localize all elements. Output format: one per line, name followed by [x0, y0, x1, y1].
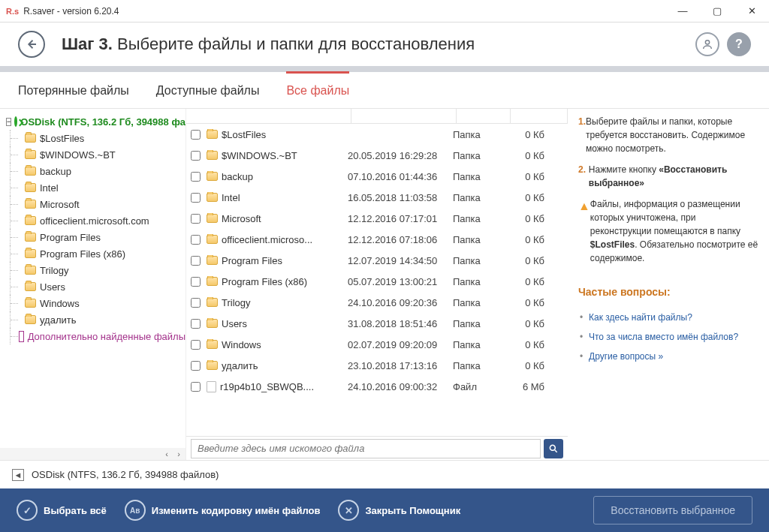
tree-item[interactable]: $LostFiles: [6, 130, 185, 146]
file-date: 12.12.2016 07:18:06: [348, 234, 453, 245]
folder-icon: [207, 256, 218, 265]
tree-extra-label: Дополнительно найденные файлы: [28, 331, 185, 342]
tree-item-label: $LostFiles: [40, 133, 84, 144]
tree-item[interactable]: Microsoft: [6, 196, 185, 212]
breadcrumb-back-icon[interactable]: ◄: [12, 469, 24, 481]
file-row[interactable]: r19p4b10_SBWQB....24.10.2016 09:00:32Фай…: [186, 376, 568, 397]
file-name: officeclient.microso...: [222, 234, 312, 245]
file-row[interactable]: Windows02.07.2019 09:20:09Папка0 Кб: [186, 334, 568, 355]
folder-tree[interactable]: − OSDisk (NTFS, 136.2 Гб, 394988 фа $Los…: [0, 109, 186, 460]
scroll-right-icon[interactable]: ›: [173, 449, 184, 459]
tab-available-files[interactable]: Доступные файлы: [156, 84, 260, 108]
file-row[interactable]: officeclient.microso...12.12.2016 07:18:…: [186, 229, 568, 250]
file-checkbox[interactable]: [191, 130, 201, 140]
tree-scrollbar[interactable]: ‹ ›: [0, 448, 185, 460]
close-button[interactable]: ✕: [734, 0, 769, 23]
search-input[interactable]: [191, 439, 541, 458]
tree-item[interactable]: backup: [6, 163, 185, 179]
tree-item[interactable]: Program Files (x86): [6, 245, 185, 262]
faq-link-other[interactable]: Другие вопросы »: [578, 347, 758, 366]
folder-icon: [207, 298, 218, 307]
file-checkbox[interactable]: [191, 382, 201, 392]
folder-icon: [207, 130, 218, 139]
file-checkbox[interactable]: [191, 361, 201, 371]
minimize-button[interactable]: —: [665, 0, 700, 23]
tree-root[interactable]: − OSDisk (NTFS, 136.2 Гб, 394988 фа: [6, 113, 185, 130]
tree-item[interactable]: Users: [6, 278, 185, 295]
file-size: 0 Кб: [507, 129, 549, 140]
file-row[interactable]: Program Files12.07.2019 14:34:50Папка0 К…: [186, 250, 568, 271]
tree-item[interactable]: Windows: [6, 295, 185, 311]
user-button[interactable]: [695, 32, 719, 56]
folder-icon: [207, 214, 218, 223]
file-size: 0 Кб: [507, 360, 549, 371]
file-list[interactable]: $LostFilesПапка0 Кб$WINDOWS.~BT20.05.201…: [186, 124, 568, 436]
scroll-left-icon[interactable]: ‹: [161, 449, 172, 459]
file-checkbox[interactable]: [191, 256, 201, 266]
tree-extra-found[interactable]: Дополнительно найденные файлы: [6, 328, 185, 344]
file-row[interactable]: Program Files (x86)05.07.2019 13:00:21Па…: [186, 271, 568, 292]
folder-icon: [207, 172, 218, 181]
faq-link-find-files[interactable]: Как здесь найти файлы?: [578, 308, 758, 327]
file-type: Папка: [453, 297, 507, 308]
file-date: 05.07.2019 13:00:21: [348, 276, 453, 287]
file-checkbox[interactable]: [191, 235, 201, 245]
file-checkbox[interactable]: [191, 151, 201, 161]
select-all-icon: ✓: [17, 500, 38, 521]
step2-text: Нажмите кнопку «Восстановить выбранное»: [589, 163, 758, 190]
tree-item[interactable]: Intel: [6, 179, 185, 196]
file-checkbox[interactable]: [191, 319, 201, 329]
svg-point-1: [550, 445, 555, 450]
file-row[interactable]: Trilogy24.10.2016 09:20:36Папка0 Кб: [186, 292, 568, 313]
tree-item[interactable]: $WINDOWS.~BT: [6, 146, 185, 163]
tree-item[interactable]: Program Files: [6, 229, 185, 245]
tree-item-label: Windows: [40, 298, 80, 309]
file-size: 0 Кб: [507, 171, 549, 182]
file-checkbox[interactable]: [191, 193, 201, 203]
tab-all-files[interactable]: Все файлы: [286, 84, 349, 108]
file-checkbox[interactable]: [191, 298, 201, 308]
file-name: $LostFiles: [222, 129, 266, 140]
tree-item[interactable]: удалить: [6, 311, 185, 328]
file-row[interactable]: $LostFilesПапка0 Кб: [186, 124, 568, 145]
file-name: Program Files (x86): [222, 276, 307, 287]
tree-item-label: officeclient.microsoft.com: [40, 215, 149, 227]
file-row[interactable]: Users31.08.2018 18:51:46Папка0 Кб: [186, 313, 568, 334]
file-checkbox[interactable]: [191, 277, 201, 287]
select-all-button[interactable]: ✓ Выбрать всё: [17, 500, 107, 521]
file-checkbox[interactable]: [191, 340, 201, 350]
close-helper-button[interactable]: ✕ Закрыть Помощник: [338, 500, 460, 521]
recover-button[interactable]: Восстановить выбранное: [593, 496, 752, 524]
change-encoding-button[interactable]: Ав Изменить кодировку имён файлов: [125, 500, 321, 521]
step-text: Выберите файлы и папки для восстановлени…: [117, 35, 475, 53]
tree-item[interactable]: officeclient.microsoft.com: [6, 212, 185, 229]
file-date: 24.10.2016 09:20:36: [348, 297, 453, 308]
file-date: 16.05.2018 11:03:58: [348, 192, 453, 203]
collapse-icon[interactable]: −: [6, 118, 11, 126]
faq-link-numbers[interactable]: Что за числа вместо имён файлов?: [578, 327, 758, 347]
tree-item[interactable]: Trilogy: [6, 262, 185, 278]
folder-icon: [25, 233, 36, 242]
folder-icon: [207, 277, 218, 286]
search-button[interactable]: [544, 439, 563, 458]
maximize-button[interactable]: ▢: [700, 0, 734, 23]
tab-lost-files[interactable]: Потерянные файлы: [18, 84, 129, 108]
tree-item-label: удалить: [40, 314, 76, 326]
file-row[interactable]: $WINDOWS.~BT20.05.2019 16:29:28Папка0 Кб: [186, 145, 568, 166]
file-date: 12.07.2019 14:34:50: [348, 255, 453, 266]
file-row[interactable]: Microsoft12.12.2016 07:17:01Папка0 Кб: [186, 208, 568, 229]
folder-icon: [207, 361, 218, 370]
file-date: 02.07.2019 09:20:09: [348, 339, 453, 350]
back-button[interactable]: [18, 31, 45, 58]
help-button[interactable]: ?: [727, 32, 751, 56]
progress-bar: [0, 66, 769, 72]
file-icon: [207, 381, 216, 392]
file-row[interactable]: backup07.10.2016 01:44:36Папка0 Кб: [186, 166, 568, 187]
file-row[interactable]: удалить23.10.2018 17:13:16Папка0 Кб: [186, 355, 568, 376]
breadcrumb-text: OSDisk (NTFS, 136.2 Гб, 394988 файлов): [32, 469, 219, 480]
file-row[interactable]: Intel16.05.2018 11:03:58Папка0 Кб: [186, 187, 568, 208]
file-checkbox[interactable]: [191, 172, 201, 182]
titlebar: R.s R.saver - version 6.20.4 — ▢ ✕: [0, 0, 769, 23]
file-type: Папка: [453, 318, 507, 329]
file-checkbox[interactable]: [191, 214, 201, 224]
